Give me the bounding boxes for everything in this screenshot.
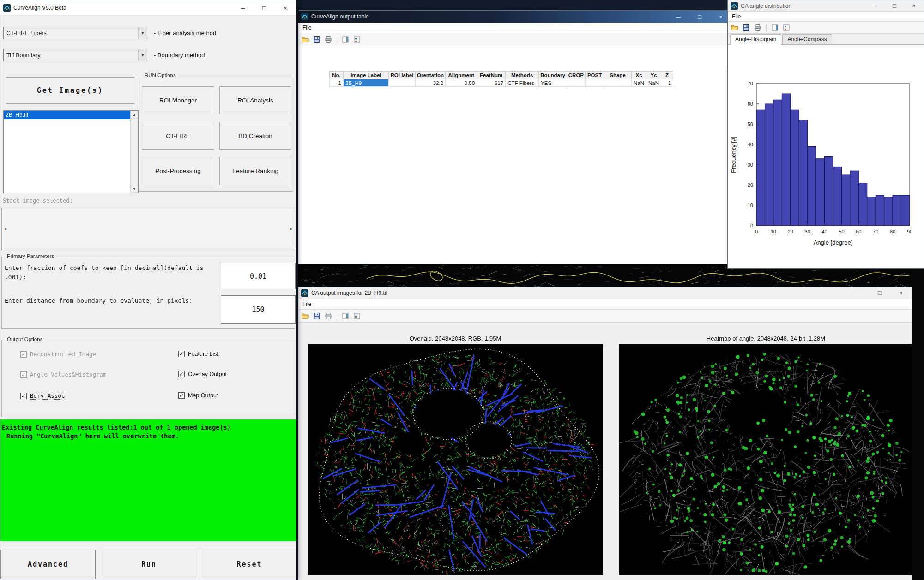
distance-input[interactable]: 150 [221, 295, 296, 324]
table-row[interactable]: 1 2B_H9 32.2 0.50 617 CTF Fibers YES NaN… [330, 79, 673, 87]
file-menu[interactable]: File [298, 300, 315, 308]
stack-slider[interactable]: ◄ ► [1, 208, 295, 250]
open-file-icon[interactable] [731, 24, 739, 32]
column-header[interactable]: No. [330, 72, 344, 79]
slider-left-icon[interactable]: ◄ [3, 227, 7, 231]
cell-z[interactable]: 1 [661, 79, 673, 87]
minimize-button[interactable]: ─ [848, 287, 869, 299]
reset-button[interactable]: Reset [203, 550, 296, 579]
column-header[interactable]: Z [661, 72, 673, 79]
list-item[interactable]: 2B_H9.tif [4, 111, 130, 119]
save-icon[interactable] [742, 24, 750, 32]
print-icon[interactable] [324, 36, 332, 44]
legend-icon[interactable] [353, 36, 361, 44]
svg-text:70: 70 [748, 81, 753, 86]
cell-crop[interactable] [567, 79, 585, 87]
cell-no[interactable]: 1 [330, 79, 344, 87]
cell-alignment[interactable]: 0.50 [446, 79, 477, 87]
listbox-scrollbar[interactable]: ▲ ▼ [130, 111, 138, 193]
images-window-titlebar[interactable]: CA output images for 2B_H9.tif ─ □ × [298, 287, 912, 299]
cell-boundary[interactable]: YES [539, 79, 567, 87]
tab-angle-compass[interactable]: Angle-Compass [782, 34, 832, 44]
cell-methods[interactable]: CTF Fibers [506, 79, 539, 87]
chevron-down-icon[interactable]: ▾ [138, 49, 147, 61]
column-header[interactable]: CROP [567, 72, 585, 79]
open-file-icon[interactable] [301, 312, 309, 320]
coef-input[interactable]: 0.01 [221, 263, 296, 289]
results-table[interactable]: No. Image Label ROI label Orentation Ali… [329, 71, 673, 87]
cell-orentation[interactable]: 32.2 [416, 79, 446, 87]
run-button[interactable]: Run [102, 550, 196, 579]
ct-fire-button[interactable]: CT-FIRE [142, 122, 214, 150]
save-icon[interactable] [313, 36, 321, 44]
open-file-icon[interactable] [301, 36, 309, 44]
colorbar-icon[interactable] [341, 36, 350, 44]
image-listbox[interactable]: 2B_H9.tif ▲ ▼ [3, 110, 139, 193]
column-header[interactable]: Orentation [416, 72, 446, 79]
minimize-button[interactable]: ─ [668, 11, 689, 23]
map-output-checkbox[interactable]: ✓ Map Output [178, 392, 218, 399]
save-icon[interactable] [313, 312, 321, 320]
boundary-method-dropdown[interactable]: Tiff Boundary ▾ [3, 49, 147, 61]
column-header[interactable]: Methods [506, 72, 539, 79]
tab-angle-histogram[interactable]: Angle-Histogram [730, 34, 781, 45]
scrollbar-track[interactable] [131, 119, 138, 185]
slider-right-icon[interactable]: ► [289, 227, 293, 231]
close-button[interactable]: × [890, 287, 912, 299]
cell-featnum[interactable]: 617 [477, 79, 506, 87]
cell-yc[interactable]: NaN [646, 79, 661, 87]
bd-creation-button[interactable]: BD Creation [219, 122, 291, 150]
cell-post[interactable] [586, 79, 604, 87]
main-window-titlebar[interactable]: CurveAlign V5.0 Beta ─ □ × [0, 0, 296, 16]
minimize-button[interactable]: ─ [865, 0, 885, 11]
column-header[interactable]: Alignment [446, 72, 477, 79]
maximize-button[interactable]: □ [689, 11, 710, 23]
bdry-assoc-checkbox[interactable]: ✓ Bdry Assoc [20, 392, 65, 399]
column-header[interactable]: FeatNum [477, 72, 506, 79]
column-header[interactable]: Yc [646, 72, 661, 79]
maximize-button[interactable]: □ [254, 0, 275, 15]
feature-ranking-button[interactable]: Feature Ranking [219, 157, 291, 185]
cell-xc[interactable]: NaN [632, 79, 646, 87]
post-processing-button[interactable]: Post-Processing [142, 157, 214, 185]
maximize-button[interactable]: □ [869, 287, 890, 299]
maximize-button[interactable]: □ [885, 0, 904, 11]
checkbox-check-icon: ✓ [178, 371, 185, 377]
column-header[interactable]: POST [586, 72, 604, 79]
print-icon[interactable] [324, 312, 332, 320]
colorbar-icon[interactable] [341, 312, 350, 320]
overlay-output-checkbox[interactable]: ✓ Overlay Output [178, 371, 227, 377]
cell-shape[interactable] [604, 79, 632, 87]
minimize-button[interactable]: ─ [232, 0, 254, 15]
column-header[interactable]: Xc [632, 72, 646, 79]
get-images-button[interactable]: Get Image(s) [6, 77, 134, 104]
legend-icon[interactable] [353, 312, 361, 320]
column-header[interactable]: Shape [604, 72, 632, 79]
close-button[interactable]: × [904, 0, 924, 11]
file-menu[interactable]: File [298, 24, 315, 32]
cell-roi-label[interactable] [389, 79, 416, 87]
reconstructed-image-checkbox[interactable]: ✓ Reconstructed Image [20, 351, 96, 358]
column-header[interactable]: Boundary [539, 72, 567, 79]
roi-manager-button[interactable]: ROI Manager [142, 86, 214, 114]
feature-list-checkbox[interactable]: ✓ Feature List [178, 351, 218, 357]
legend-icon[interactable] [782, 24, 791, 32]
roi-analysis-button[interactable]: ROI Analysis [219, 86, 291, 114]
scroll-up-icon[interactable]: ▲ [131, 111, 138, 119]
column-header[interactable]: Image Label [344, 72, 389, 79]
print-icon[interactable] [754, 24, 762, 32]
close-button[interactable]: × [275, 0, 296, 15]
file-menu[interactable]: File [728, 12, 745, 21]
angle-values-checkbox[interactable]: ✓ Angle Values&Histogram [20, 371, 107, 378]
angle-window-title: CA angle distribution [741, 3, 863, 9]
svg-text:60: 60 [748, 101, 753, 107]
cell-image-label[interactable]: 2B_H9 [344, 79, 389, 87]
scroll-down-icon[interactable]: ▼ [131, 185, 138, 193]
advanced-button[interactable]: Advanced [0, 550, 96, 579]
angle-window-titlebar[interactable]: CA angle distribution ─ □ × [728, 0, 924, 12]
column-header[interactable]: ROI label [389, 72, 416, 79]
table-window-titlebar[interactable]: CurveAlign output table ─ □ × [298, 11, 731, 23]
chevron-down-icon[interactable]: ▾ [138, 27, 147, 39]
fiber-method-dropdown[interactable]: CT-FIRE Fibers ▾ [3, 27, 147, 39]
colorbar-icon[interactable] [771, 24, 779, 32]
